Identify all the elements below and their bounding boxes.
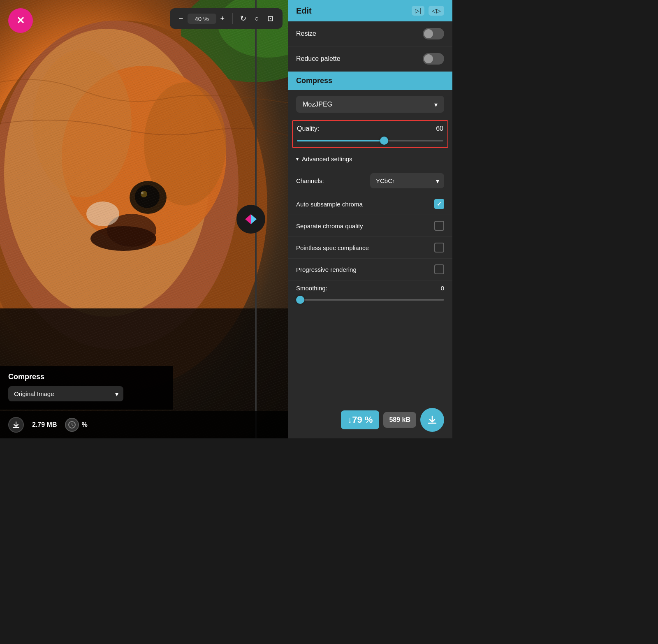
reduction-percent: ↓79 % (348, 415, 373, 425)
encoder-dropdown-wrap: MozJPEG Browser JPEG Browser WebP Browse… (288, 90, 452, 118)
zoom-unit: % (203, 15, 209, 22)
advanced-settings-label: Advanced settings (302, 155, 352, 162)
quality-label: Quality: (297, 125, 319, 132)
original-image-select-wrap: Original Image (8, 386, 123, 401)
download-icon (12, 421, 20, 429)
quality-section: Quality: 60 (292, 120, 448, 148)
left-bottom-stats: 2.79 MB % (0, 411, 288, 438)
edit-title: Edit (296, 6, 312, 16)
quality-value: 60 (436, 125, 443, 132)
nut-icon (68, 421, 76, 429)
rotate-icon: ↻ (240, 14, 246, 23)
file-size-value: 2.79 MB (32, 421, 57, 429)
channels-select[interactable]: YCbCr RGB (370, 173, 444, 188)
progressive-rendering-row: Progressive rendering (288, 259, 452, 280)
right-panel: Edit ▷| ◁▷ Resize Reduce palette Compres… (288, 0, 452, 438)
quality-row: Quality: 60 (297, 125, 443, 132)
zoom-in-button[interactable]: + (216, 12, 229, 25)
minus-icon: − (179, 14, 183, 23)
terminal-icon: ▷| (415, 7, 421, 14)
arrows-icon: ◁▷ (432, 7, 441, 14)
arrow-right-icon (251, 214, 257, 224)
fit-button[interactable]: ○ (250, 12, 263, 25)
size-badge: 589 kB (383, 412, 416, 428)
rotate-button[interactable]: ↻ (236, 12, 250, 25)
split-toggle-inner (245, 214, 257, 224)
progressive-rendering-checkbox[interactable] (434, 264, 444, 274)
download-icon (427, 415, 437, 425)
crop-button[interactable]: ⊡ (263, 12, 278, 25)
percent-icon (65, 418, 79, 432)
smoothing-label: Smoothing: (296, 285, 327, 292)
percent-value: % (81, 421, 87, 429)
resize-label: Resize (296, 30, 316, 37)
progressive-rendering-label: Progressive rendering (296, 266, 357, 273)
left-compress-title: Compress (8, 373, 164, 381)
top-toolbar: − 40 % + ↻ ○ ⊡ (170, 8, 283, 29)
arrows-icon-button[interactable]: ◁▷ (429, 6, 444, 16)
reduce-palette-row: Reduce palette (288, 46, 452, 72)
quality-slider[interactable] (297, 140, 443, 141)
pointless-spec-label: Pointless spec compliance (296, 244, 369, 251)
smoothing-section: Smoothing: 0 (288, 280, 452, 306)
channels-label: Channels: (296, 177, 324, 184)
auto-subsample-row: Auto subsample chroma (288, 193, 452, 215)
reduction-badge: ↓79 % (341, 410, 379, 429)
reduce-palette-label: Reduce palette (296, 55, 341, 63)
encoder-select[interactable]: MozJPEG Browser JPEG Browser WebP Browse… (296, 96, 444, 113)
channels-row: Channels: YCbCr RGB (288, 168, 452, 193)
pointless-spec-checkbox[interactable] (434, 243, 444, 253)
smoothing-value: 0 (441, 285, 444, 292)
pointless-spec-row: Pointless spec compliance (288, 237, 452, 259)
reduce-palette-toggle[interactable] (423, 53, 444, 65)
advanced-settings-header[interactable]: ▾ Advanced settings (288, 150, 452, 168)
terminal-icon-button[interactable]: ▷| (412, 6, 424, 16)
split-toggle-button[interactable] (236, 205, 265, 234)
separate-chroma-checkbox[interactable] (434, 221, 444, 231)
edit-header: Edit ▷| ◁▷ (288, 0, 452, 21)
toolbar-divider (232, 13, 233, 24)
auto-subsample-label: Auto subsample chroma (296, 201, 363, 208)
zoom-display: 40 % (188, 14, 216, 24)
separate-chroma-label: Separate chroma quality (296, 222, 363, 229)
edit-header-icons: ▷| ◁▷ (412, 6, 444, 16)
bottom-bar-right: ↓79 % 589 kB (288, 401, 452, 438)
original-image-select[interactable]: Original Image (8, 386, 123, 401)
resize-toggle[interactable] (423, 28, 444, 39)
chevron-down-icon: ▾ (296, 156, 299, 162)
resize-row: Resize (288, 21, 452, 46)
zoom-out-button[interactable]: − (175, 12, 188, 25)
smoothing-row: Smoothing: 0 (296, 285, 444, 292)
plus-icon: + (220, 14, 225, 23)
close-button[interactable]: ✕ (8, 8, 33, 33)
download-button[interactable] (420, 408, 444, 432)
compress-section-header: Compress (288, 72, 452, 90)
auto-subsample-checkbox[interactable] (434, 199, 444, 209)
percent-stat: % (65, 418, 87, 432)
left-compress-panel: Compress Original Image (0, 366, 173, 410)
download-stat-icon (8, 417, 24, 433)
compress-section-title: Compress (296, 76, 332, 85)
zoom-value: 40 (195, 15, 202, 22)
crop-icon: ⊡ (267, 14, 273, 23)
smoothing-slider[interactable] (296, 299, 444, 301)
circle-icon: ○ (255, 14, 259, 23)
encoder-dropdown-container: MozJPEG Browser JPEG Browser WebP Browse… (296, 96, 444, 113)
arrow-left-icon (245, 214, 251, 224)
channels-dropdown-wrap: YCbCr RGB (370, 173, 444, 188)
close-icon: ✕ (16, 15, 25, 26)
separate-chroma-row: Separate chroma quality (288, 215, 452, 237)
quality-slider-wrap (297, 136, 443, 143)
